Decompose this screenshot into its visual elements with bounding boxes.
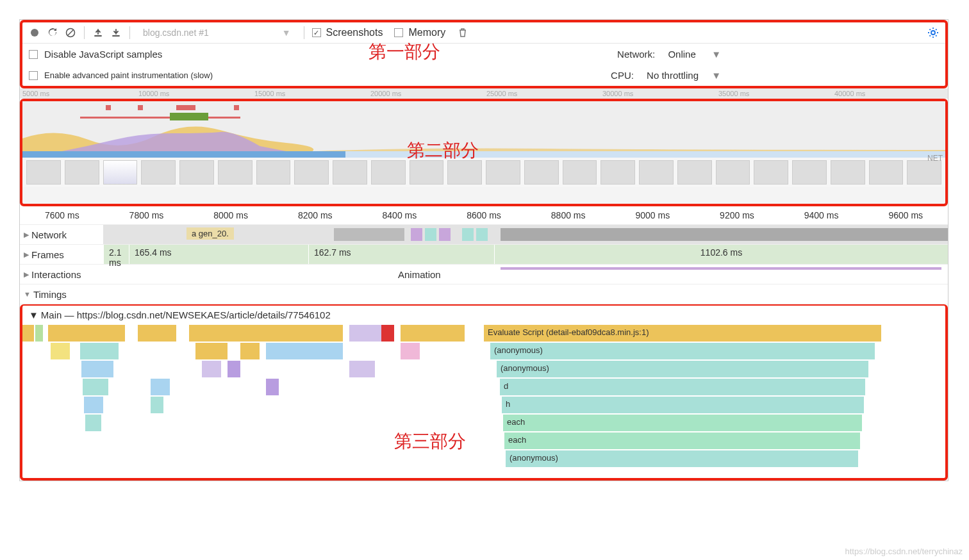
annotation-part1: 第一部分 <box>369 40 440 64</box>
flame-block[interactable]: (anonymous) <box>506 450 858 467</box>
animation-label: Animation <box>398 269 441 280</box>
flame-block[interactable]: h <box>502 397 864 413</box>
svg-point-0 <box>31 29 38 37</box>
toolbar: blog.csdn.net #1 ▼ ✓Screenshots Memory <box>22 22 945 44</box>
network-throttle[interactable]: Network: Online ▼ <box>617 49 721 60</box>
frames-lane[interactable]: ▶Frames 2.1 ms 165.4 ms 162.7 ms 1102.6 … <box>20 244 948 264</box>
flame-block[interactable] <box>151 397 163 413</box>
flame-block[interactable] <box>349 325 381 342</box>
flame-block[interactable] <box>51 343 70 359</box>
flame-block[interactable] <box>266 343 343 359</box>
screenshots-checkbox[interactable]: ✓Screenshots <box>312 27 383 38</box>
flame-block[interactable] <box>189 325 343 342</box>
chevron-right-icon: ▶ <box>24 270 29 279</box>
network-lane[interactable]: ▶Network a gen_20. <box>20 224 948 244</box>
flame-block[interactable] <box>266 379 279 395</box>
record-icon[interactable] <box>29 27 40 38</box>
memory-checkbox[interactable]: Memory <box>394 27 445 38</box>
options-row-1: Disable JavaScript samples 第一部分 Network:… <box>22 44 945 65</box>
timeline-ruler[interactable]: 7600 ms7800 ms8000 ms8200 ms8400 ms8600 … <box>20 206 948 224</box>
flame-block[interactable] <box>35 325 43 342</box>
chevron-down-icon: ▼ <box>29 309 38 320</box>
clear-icon[interactable] <box>65 27 76 38</box>
flame-block[interactable] <box>381 325 394 342</box>
svg-line-2 <box>68 30 73 35</box>
main-thread-label[interactable]: ▼Main — https://blog.csdn.net/NEWSEKAES/… <box>22 306 945 324</box>
flame-block[interactable] <box>401 325 465 342</box>
flame-block[interactable] <box>195 343 228 359</box>
flame-block[interactable] <box>22 325 34 342</box>
overview-section: FPS CPU NET 第二部分 <box>20 99 948 206</box>
reload-icon[interactable] <box>47 27 58 38</box>
flame-block[interactable]: each <box>503 415 862 431</box>
net-chart <box>22 151 945 158</box>
screenshot-filmstrip[interactable] <box>22 158 945 187</box>
cpu-throttle[interactable]: CPU: No throttling ▼ <box>611 70 721 81</box>
garbage-icon[interactable] <box>457 27 468 38</box>
flame-block[interactable] <box>48 325 125 342</box>
overview-ruler[interactable]: 5000 ms10000 ms15000 ms20000 ms25000 ms3… <box>20 88 948 99</box>
animation-bar[interactable] <box>501 267 941 270</box>
controls-section: blog.csdn.net #1 ▼ ✓Screenshots Memory D… <box>20 20 948 88</box>
cpu-chart <box>22 120 945 151</box>
settings-icon[interactable] <box>927 27 939 38</box>
disable-js-checkbox[interactable]: Disable JavaScript samples <box>29 49 162 60</box>
chevron-right-icon: ▶ <box>24 231 29 239</box>
frame-block[interactable]: 2.1 ms <box>103 245 129 264</box>
save-profile-icon[interactable] <box>110 27 122 38</box>
flame-block[interactable] <box>240 343 260 359</box>
profile-dropdown[interactable]: blog.csdn.net #1 ▼ <box>138 26 296 39</box>
options-row-2: Enable advanced paint instrumentation (s… <box>22 65 945 86</box>
flame-block[interactable] <box>81 361 113 377</box>
flame-block[interactable]: Evaluate Script (detail-ebaf09dca8.min.j… <box>484 325 881 342</box>
main-section: ▼Main — https://blog.csdn.net/NEWSEKAES/… <box>20 304 948 481</box>
enable-paint-checkbox[interactable]: Enable advanced paint instrumentation (s… <box>29 70 213 80</box>
frame-block[interactable]: 1102.6 ms <box>494 245 948 264</box>
flame-block[interactable] <box>83 379 108 395</box>
flame-block[interactable] <box>401 343 420 359</box>
watermark: https://blog.csdn.net/terrychinaz <box>845 547 963 556</box>
flame-block[interactable]: each <box>504 432 860 449</box>
frame-block[interactable]: 165.4 ms <box>129 245 308 264</box>
overview-pane[interactable]: FPS CPU NET 第二部分 <box>22 101 945 204</box>
svg-point-3 <box>931 31 935 35</box>
chevron-right-icon: ▶ <box>24 251 29 259</box>
flame-block[interactable] <box>138 325 176 342</box>
flame-block[interactable] <box>151 379 170 395</box>
flame-block[interactable] <box>228 361 240 377</box>
network-file[interactable]: a gen_20. <box>186 227 234 240</box>
flame-block[interactable] <box>80 343 119 359</box>
interactions-lane[interactable]: ▶Interactions Animation <box>20 264 948 284</box>
flame-block[interactable] <box>85 415 101 431</box>
flame-block[interactable] <box>349 361 375 377</box>
flame-block[interactable] <box>202 361 221 377</box>
timings-lane[interactable]: ▼Timings <box>20 284 948 304</box>
flame-chart[interactable]: Evaluate Script (detail-ebaf09dca8.min.j… <box>22 324 945 478</box>
chevron-down-icon: ▼ <box>24 290 31 298</box>
flame-block[interactable]: d <box>500 379 865 395</box>
load-profile-icon[interactable] <box>92 27 104 38</box>
flame-block[interactable]: (anonymous) <box>490 343 875 359</box>
flame-block[interactable] <box>84 397 103 413</box>
fps-chart <box>22 101 945 120</box>
flame-block[interactable]: (anonymous) <box>497 361 868 377</box>
frame-block[interactable]: 162.7 ms <box>308 245 494 264</box>
